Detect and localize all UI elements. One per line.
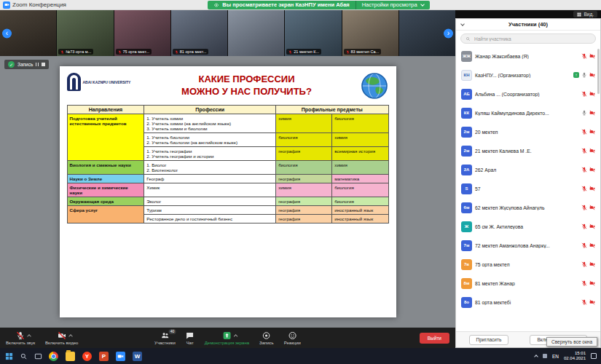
reactions-button[interactable]: Реакции xyxy=(284,331,301,345)
language-indicator[interactable]: EN xyxy=(552,354,559,359)
direction-cell: Подготовка учителей естественных предмет… xyxy=(67,114,144,161)
pause-recording-button[interactable] xyxy=(36,63,39,66)
unmute-button[interactable]: Включить звук xyxy=(6,331,35,345)
professions-cell: 1. Биолог 2. Биотехнолог xyxy=(144,161,276,175)
video-tile-name: 75 орта мект... xyxy=(123,50,150,54)
professions-cell: Географ xyxy=(144,175,276,183)
video-tile[interactable]: 83 мектеп Са... xyxy=(342,10,398,56)
collapse-panel-chevron[interactable] xyxy=(460,22,465,26)
participants-button[interactable]: 40 Участники xyxy=(154,331,176,345)
subject-cell: биология xyxy=(332,197,388,206)
participant-row[interactable]: 7м 72 мектеп Аманжолова Анарку... xyxy=(456,236,600,255)
muted-mic-icon xyxy=(118,50,122,54)
panel-body: Участники (40) ЖЖ Жанар Жаксибаева (Я) xyxy=(455,18,601,348)
participant-row[interactable]: 6м 62 мектеп Жусупова Айнагуль xyxy=(456,198,600,217)
video-tile[interactable]: 75 орта мект... xyxy=(114,10,170,56)
recording-status-icon: ✓ xyxy=(8,61,15,68)
view-settings-dropdown[interactable]: Настройки просмотра xyxy=(356,1,430,9)
participant-row[interactable]: КК Куляш Каймулдинова Директо... xyxy=(456,103,600,122)
participant-avatar: 6м xyxy=(461,202,472,213)
video-tile[interactable]: №73 орта м... xyxy=(57,10,113,56)
start-video-button[interactable]: Включить видео xyxy=(45,331,78,345)
word-icon[interactable]: W xyxy=(133,352,142,361)
participant-avatar: 8м xyxy=(461,278,472,289)
recording-indicator: ✓ Запись xyxy=(4,60,49,69)
tray-icon[interactable] xyxy=(543,354,547,358)
participant-row[interactable]: 2м 20 мектеп xyxy=(456,122,600,141)
participant-name: 81 орта мектебі xyxy=(475,300,578,305)
window-titlebar: Zoom Конференция Вы просматриваете экран… xyxy=(0,0,601,10)
titlebar-center: Вы просматриваете экран КазНПУ имени Аба… xyxy=(124,1,514,9)
taskbar-left: Y P W xyxy=(0,348,146,364)
panel-scrollbar[interactable] xyxy=(597,49,600,94)
start-button[interactable] xyxy=(1,348,16,364)
video-tile[interactable]: 21 мектеп К... xyxy=(285,10,341,56)
share-screen-button[interactable]: Демонстрация экрана xyxy=(205,331,249,345)
participant-avatar: 8о xyxy=(461,297,472,308)
participant-row[interactable]: КН КазНПУ... (Организатор) ↑ xyxy=(456,66,600,84)
camera-off-icon xyxy=(589,280,595,286)
file-explorer-icon[interactable] xyxy=(66,352,75,361)
camera-off-icon xyxy=(589,223,595,229)
muted-mic-icon xyxy=(175,50,178,54)
tray-expand-chevron[interactable] xyxy=(534,355,538,359)
direction-cell: Сфера услуг xyxy=(67,206,144,223)
subject-cell: биология xyxy=(276,133,332,147)
windows-taskbar: Y P W EN 15:01 02.04.2021 xyxy=(0,348,601,364)
next-videos-button[interactable]: › xyxy=(444,28,453,38)
participant-search-input[interactable] xyxy=(473,36,591,42)
record-button[interactable]: Запись xyxy=(259,331,274,345)
prev-videos-button[interactable]: ‹ xyxy=(2,28,12,38)
mic-off-icon xyxy=(16,331,25,340)
people-icon xyxy=(160,331,169,340)
participant-row[interactable]: S 57 xyxy=(456,179,600,198)
mic-off-icon xyxy=(581,91,587,97)
participant-row[interactable]: 8м 81 мектеп Жанар xyxy=(456,274,600,293)
participant-avatar: 7м xyxy=(461,240,472,251)
leave-button[interactable]: Выйти xyxy=(420,333,449,344)
subject-cell: математика xyxy=(332,175,388,183)
shared-slide: ABAI KAZNPU UNIVERSITY КАКИЕ ПРОФЕССИИ М… xyxy=(60,66,396,317)
stop-recording-button[interactable] xyxy=(42,63,45,66)
yandex-browser-icon[interactable]: Y xyxy=(82,352,92,361)
professions-cell: Туризм xyxy=(144,206,276,215)
participant-row[interactable]: 8о 81 орта мектебі xyxy=(456,293,600,312)
participants-label: Участники xyxy=(154,341,176,345)
participant-name: 62 мектеп Жусупова Айнагуль xyxy=(475,205,578,210)
show-desktop-tooltip: Свернуть все окна xyxy=(546,337,597,347)
invite-button[interactable]: Пригласить xyxy=(469,335,509,345)
participant-row[interactable]: 2А 262 Арал xyxy=(456,160,600,179)
participant-row[interactable]: АБ Альбина ... (Соорганизатор) xyxy=(456,84,600,103)
participant-search-box[interactable] xyxy=(460,33,596,44)
video-options-chevron[interactable] xyxy=(68,334,73,339)
col-header-directions: Направления xyxy=(67,106,144,114)
powerpoint-icon[interactable]: P xyxy=(99,352,109,361)
zoom-taskbar-icon[interactable] xyxy=(116,352,125,361)
participant-row[interactable]: ЖЖ Жанар Жаксибаева (Я) xyxy=(456,47,600,66)
participants-list: ЖЖ Жанар Жаксибаева (Я) КН КазНПУ... (Ор… xyxy=(456,47,600,331)
participant-row[interactable]: 2м 21 мектеп Калиева М .Е. xyxy=(456,141,600,160)
participant-row[interactable]: 7в 75 орта мектеп xyxy=(456,255,600,274)
view-button[interactable]: Вид. xyxy=(573,11,597,17)
meeting-area: ‹ №73 орта м... 75 орта мект... xyxy=(0,10,455,348)
participants-panel: Вид. Участники (40) ЖЖ Жанар xyxy=(455,10,601,348)
chat-button[interactable]: Чат xyxy=(186,331,195,345)
chrome-icon[interactable] xyxy=(49,352,58,361)
clock[interactable]: 15:01 02.04.2021 xyxy=(564,351,586,362)
mic-options-chevron[interactable] xyxy=(27,334,31,339)
chat-label: Чат xyxy=(186,341,194,345)
camera-off-icon xyxy=(589,53,595,59)
slide-header: ABAI KAZNPU UNIVERSITY КАКИЕ ПРОФЕССИИ М… xyxy=(67,71,389,100)
task-view-button[interactable] xyxy=(31,348,45,364)
taskbar-search-button[interactable] xyxy=(16,348,31,364)
share-options-chevron[interactable] xyxy=(234,334,238,339)
camera-off-icon xyxy=(589,186,595,191)
notification-center-button[interactable] xyxy=(591,353,597,359)
video-tile[interactable]: 81 орта мект... xyxy=(171,10,227,56)
participant-row[interactable]: Ж 65 см Ж. Актилеуова xyxy=(456,217,600,236)
subject-cell: география xyxy=(276,197,332,206)
recording-label: Запись xyxy=(17,62,33,67)
eye-icon xyxy=(213,2,219,8)
professions-table: Направления Профессии Профильные предмет… xyxy=(67,105,389,223)
video-tile[interactable] xyxy=(228,10,284,56)
